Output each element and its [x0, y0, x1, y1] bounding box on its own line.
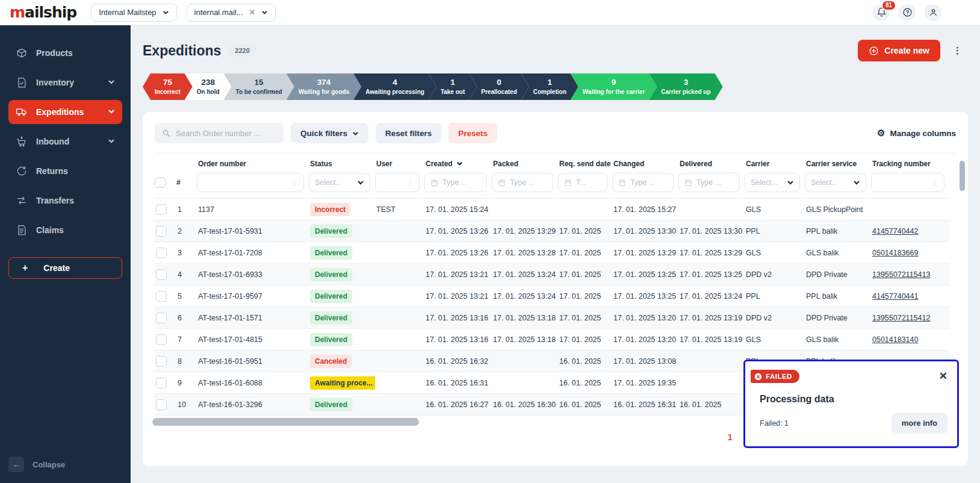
table-row[interactable]: 4 AT-test-17-01-6933 Delivered 17. 01. 2…: [155, 264, 949, 285]
order-search[interactable]: [155, 123, 284, 143]
row-checkbox[interactable]: [156, 356, 167, 367]
row-checkbox[interactable]: [156, 378, 167, 388]
quick-filters-button[interactable]: Quick filters: [291, 123, 368, 143]
sidebar-item-transfers[interactable]: Transfers: [8, 189, 122, 213]
kebab-icon: ⋮: [406, 178, 414, 187]
column-header-req-send-date[interactable]: Req. send date: [558, 154, 612, 169]
page-header: Expeditions 2220 Create new ⋮: [143, 40, 968, 61]
column-header-tracking-number[interactable]: Tracking number: [871, 154, 949, 169]
logo-rest: ailship: [25, 4, 76, 21]
filter-select-status[interactable]: Select...: [309, 173, 370, 192]
arrow-left-icon: ←: [8, 457, 24, 472]
table-row[interactable]: 2 AT-test-17-01-5931 Delivered 17. 01. 2…: [155, 220, 949, 242]
row-checkbox[interactable]: [156, 269, 167, 280]
horizontal-scrollbar[interactable]: [152, 418, 419, 426]
row-checkbox[interactable]: [156, 291, 167, 302]
filter-select-carrier-service[interactable]: Select...: [805, 173, 866, 192]
tracking-link[interactable]: 41457740442: [872, 227, 918, 235]
filter-select-carrier[interactable]: Select...: [745, 173, 800, 192]
tracking-link[interactable]: 05014183140: [872, 335, 918, 344]
table-row[interactable]: 6 AT-test-17-01-1571 Delivered 17. 01. 2…: [155, 307, 949, 329]
pagination-page-1[interactable]: 1: [728, 432, 733, 442]
column-header-carrier-service[interactable]: Carrier service: [805, 154, 871, 169]
clear-icon[interactable]: ✕: [249, 8, 256, 17]
sidebar-item-inbound[interactable]: Inbound: [8, 129, 122, 154]
row-checkbox[interactable]: [156, 334, 167, 345]
column-header-status[interactable]: Status: [309, 154, 375, 169]
sidebar-collapse-button[interactable]: ← Collapse: [8, 457, 122, 472]
user-menu-button[interactable]: [925, 4, 941, 21]
status-step-carrier-picked-up[interactable]: 3 Carrier picked up: [649, 73, 722, 100]
filter-input-user[interactable]: ⋮: [375, 173, 420, 192]
table-row[interactable]: 7 AT-test-17-01-4815 Delivered 17. 01. 2…: [155, 329, 949, 351]
filter-input-order-number[interactable]: ⋮: [197, 173, 304, 192]
cell-req-send-date: 16. 01. 2025: [558, 372, 612, 394]
sidebar-item-claims[interactable]: Claims: [8, 218, 122, 242]
filter-input-tracking-number[interactable]: ⋮: [871, 173, 944, 192]
select-all-checkbox[interactable]: [155, 177, 166, 188]
account-filter-chip[interactable]: internal.mail... ✕: [187, 4, 276, 22]
column-header-user[interactable]: User: [375, 154, 424, 169]
status-step-label: Awaiting processing: [365, 88, 424, 96]
row-checkbox[interactable]: [156, 248, 167, 258]
filter-date-req-send-date[interactable]: T...: [558, 173, 607, 192]
column-header-carrier[interactable]: Carrier: [745, 154, 805, 169]
column-header-order-number[interactable]: Order number: [197, 154, 309, 169]
select-placeholder: Select...: [751, 178, 778, 187]
workspace-select[interactable]: Internal Mailstep: [91, 4, 176, 22]
sidebar-create-button[interactable]: + Create: [8, 257, 122, 279]
sidebar-item-inventory[interactable]: Inventory: [8, 70, 122, 95]
tracking-link[interactable]: 13955072115412: [872, 314, 930, 322]
more-actions-button[interactable]: ⋮: [947, 40, 968, 61]
date-placeholder: Type ...: [442, 178, 467, 187]
quick-filters-label: Quick filters: [300, 129, 347, 138]
status-step-completion[interactable]: 1 Completion: [521, 73, 578, 100]
cell-order-number: 1137: [197, 199, 309, 220]
cell-row-number: 6: [176, 307, 197, 329]
column-header-created[interactable]: Created: [424, 154, 492, 169]
more-info-button[interactable]: more info: [892, 413, 947, 434]
sidebar-item-products[interactable]: Products: [8, 41, 122, 65]
status-step-awaiting-processing[interactable]: 4 Awaiting processing: [353, 73, 436, 100]
create-new-label: Create new: [884, 46, 929, 55]
status-step-incorrect[interactable]: 75 Incorrect: [143, 73, 193, 100]
table-row[interactable]: 3 AT-test-17-01-7208 Delivered 17. 01. 2…: [155, 242, 949, 264]
reset-filters-button[interactable]: Reset filters: [376, 123, 441, 143]
presets-button[interactable]: Presets: [448, 123, 497, 143]
filter-date-delivered[interactable]: Type ...: [678, 173, 740, 192]
status-step-preallocated[interactable]: 0 Preallocated: [469, 73, 529, 100]
status-step-label: On hold: [197, 88, 220, 96]
notifications-button[interactable]: 81: [873, 4, 890, 21]
filter-date-packed[interactable]: Type ...: [492, 173, 553, 192]
close-icon[interactable]: ✕: [939, 371, 947, 381]
filter-date-created[interactable]: Type ...: [424, 173, 487, 192]
tracking-link[interactable]: 05014183669: [872, 249, 918, 257]
row-checkbox[interactable]: [156, 226, 167, 237]
column-header-changed[interactable]: Changed: [612, 154, 678, 169]
sidebar: Products Inventory Expeditions Inbound R…: [0, 25, 131, 483]
status-step-count: 238: [201, 77, 215, 88]
search-input[interactable]: [176, 129, 276, 138]
document-icon: [16, 224, 28, 236]
vertical-scrollbar[interactable]: [960, 161, 965, 191]
cell-packed: [492, 199, 558, 220]
create-new-button[interactable]: Create new: [858, 40, 940, 61]
status-step-waiting-for-goods[interactable]: 374 Waiting for goods: [287, 73, 362, 100]
filter-date-changed[interactable]: Type ...: [612, 173, 674, 192]
row-checkbox[interactable]: [156, 399, 167, 410]
status-step-waiting-for-the-carrier[interactable]: 9 Waiting for the carrier: [571, 73, 657, 100]
manage-columns-button[interactable]: ⚙ Manage columns: [877, 128, 956, 139]
sidebar-item-returns[interactable]: Returns: [8, 159, 122, 183]
tracking-link[interactable]: 13955072115413: [872, 270, 930, 279]
row-checkbox[interactable]: [156, 204, 167, 215]
tracking-link[interactable]: 41457740441: [872, 292, 918, 301]
table-row[interactable]: 1 1137 Incorrect TEST 17. 01. 2025 15:24…: [155, 199, 949, 220]
help-button[interactable]: [899, 4, 916, 21]
status-step-to-be-confirmed[interactable]: 15 To be confirmed: [224, 73, 294, 100]
sidebar-item-expeditions[interactable]: Expeditions: [8, 100, 122, 124]
column-header-packed[interactable]: Packed: [492, 154, 558, 169]
row-checkbox[interactable]: [156, 313, 167, 323]
column-header-delivered[interactable]: Delivered: [678, 154, 745, 169]
table-row[interactable]: 5 AT-test-17-01-9597 Delivered 17. 01. 2…: [155, 285, 949, 307]
cell-delivered: 17. 01. 2025 13:25: [678, 264, 745, 285]
